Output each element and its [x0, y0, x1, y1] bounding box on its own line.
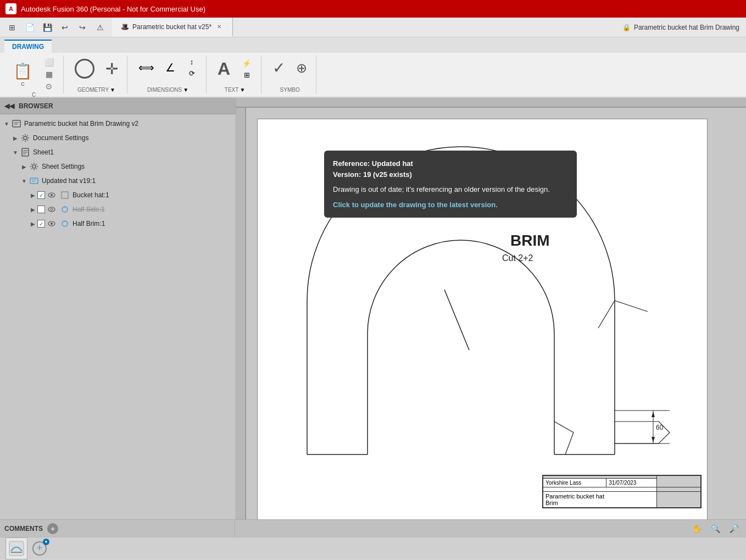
tree-toggle-bucket-hat[interactable]: ▶	[29, 191, 37, 199]
create-view-btn[interactable]: 📋 C	[9, 60, 37, 89]
ribbon-group-text: A ⚡ ⊞ TEXT ▼	[209, 56, 261, 94]
dim-btn-2[interactable]: ⟳	[182, 68, 202, 79]
projected-view-btn[interactable]: ⬜	[39, 57, 59, 68]
dimensions-tools: ⟺ ∠ ↕ ⟳	[134, 57, 202, 79]
tree-label-bucket-hat: Bucket hat:1	[73, 191, 109, 199]
checkbox-half-brim[interactable]: ✓	[37, 220, 45, 228]
tree-toggle-half-side[interactable]: ▶	[29, 205, 37, 214]
eye-icon-half-brim[interactable]	[46, 218, 57, 229]
symbols-datum-btn[interactable]: ⊕	[292, 58, 311, 78]
comments-label: COMMENTS	[4, 525, 43, 533]
grid-icon[interactable]: ⊞	[4, 20, 20, 35]
tree-toggle-updated-hat[interactable]: ▼	[20, 176, 29, 185]
section-view-btn[interactable]: ▦	[39, 69, 59, 80]
text-style-btn-1[interactable]: ⚡	[237, 58, 257, 69]
status-bar: + ●	[0, 537, 746, 559]
alert-icon[interactable]: ⚠	[92, 20, 108, 35]
tab-right-label: 🔒 Parametric bucket hat Brim Drawing	[616, 18, 746, 37]
brim-text: BRIM	[510, 232, 550, 249]
tree-toggle-root[interactable]: ▼	[2, 119, 11, 128]
symbols-datum-icon: ⊕	[296, 60, 307, 76]
eye-icon-bucket-hat[interactable]	[46, 190, 57, 201]
text-style-icon-1: ⚡	[242, 59, 251, 68]
tree-label-updated-hat: Updated hat v19:1	[42, 177, 96, 185]
tree-label-half-side: Half Side:1	[73, 206, 105, 213]
dim-icon-1: ↕	[190, 58, 194, 66]
tree-item-sheet-settings[interactable]: ▶ Sheet Settings	[0, 159, 236, 174]
tree-label-sheet1: Sheet1	[33, 148, 54, 156]
svg-point-16	[51, 208, 53, 210]
svg-marker-32	[652, 437, 655, 442]
pan-tool-btn[interactable]: ✋	[689, 521, 704, 536]
projected-view-icon: ⬜	[44, 58, 54, 66]
tree-item-doc-settings[interactable]: ▶ Document Settings	[0, 131, 236, 145]
symbols-checkmark-btn[interactable]: ✓	[268, 57, 290, 79]
search-tool-btn[interactable]: 🔍	[708, 521, 723, 536]
tree-item-sheet1[interactable]: ▼ Sheet1	[0, 145, 236, 159]
dimensions-dropdown[interactable]: ▼	[183, 87, 188, 93]
bottom-bar: COMMENTS + ✋ 🔍 🔎	[0, 519, 746, 537]
tree-item-half-side[interactable]: ▶ Half Side:1	[0, 202, 236, 217]
save-icon[interactable]: 💾	[40, 20, 55, 35]
view-icon-bucket-hat	[59, 190, 70, 201]
eye-icon-half-side[interactable]	[46, 204, 57, 215]
svg-point-8	[32, 165, 36, 168]
checkbox-half-side[interactable]	[37, 206, 45, 213]
browser-label: BROWSER	[19, 102, 53, 110]
tree-item-bucket-hat[interactable]: ▶ ✓ Bucket hat:1	[0, 188, 236, 202]
browser-header: ◀◀ BROWSER	[0, 98, 236, 114]
tab-close-button[interactable]: ✕	[215, 23, 224, 31]
dimension-linear-btn[interactable]: ⟺	[134, 59, 159, 76]
svg-rect-0	[13, 120, 20, 127]
tooltip-action: Click to update the drawing to the lates…	[333, 199, 568, 210]
browser-back-icon[interactable]: ◀◀	[4, 102, 14, 110]
geometry-circle-btn[interactable]	[70, 57, 99, 81]
text-btn[interactable]: A	[213, 57, 235, 81]
tree-toggle-doc-settings[interactable]: ▶	[11, 134, 20, 142]
addon-badge: ●	[43, 539, 49, 545]
svg-rect-9	[30, 178, 38, 184]
tree-label-half-brim: Half Brim:1	[73, 220, 105, 228]
new-file-icon[interactable]: 📄	[22, 20, 37, 35]
detail-view-btn[interactable]: ⊙	[39, 81, 59, 92]
detail-view-icon: ⊙	[46, 82, 52, 91]
geometry-dropdown[interactable]: ▼	[110, 87, 115, 93]
addon-icon[interactable]	[5, 537, 27, 559]
svg-point-15	[48, 207, 55, 212]
redo-icon[interactable]: ↪	[75, 20, 90, 35]
canvas-area: Reference: Updated hat Version: 19 (v25 …	[236, 98, 746, 519]
svg-line-27	[444, 290, 469, 350]
text-icon: A	[218, 59, 230, 79]
add-comment-button[interactable]: +	[47, 523, 58, 534]
tree-toggle-sheet-settings[interactable]: ▶	[20, 162, 29, 171]
tree-icon-root	[11, 118, 22, 129]
text-dropdown[interactable]: ▼	[240, 87, 245, 93]
tree-label-sheet-settings: Sheet Settings	[42, 163, 85, 170]
undo-icon[interactable]: ↩	[57, 20, 73, 35]
tree-icon-gear-2	[29, 161, 40, 172]
tooltip-title: Reference: Updated hat Version: 19 (v25 …	[333, 158, 568, 180]
checkbox-bucket-hat[interactable]: ✓	[37, 191, 45, 199]
addon-add-button[interactable]: + ●	[32, 541, 47, 556]
dimension-angular-btn[interactable]: ∠	[161, 59, 180, 76]
text-style-btn-2[interactable]: ⊞	[237, 70, 257, 80]
tree-icon-updated-hat	[29, 175, 40, 186]
text-style-icon-2: ⊞	[244, 71, 250, 79]
tab-drawing[interactable]: DRAWING	[4, 40, 52, 53]
geometry-circle-icon	[75, 59, 94, 79]
tree-toggle-sheet1[interactable]: ▼	[11, 148, 20, 157]
tree-item-updated-hat[interactable]: ▼ Updated hat v19:1	[0, 174, 236, 188]
ruler-top	[236, 98, 746, 108]
ribbon-group-create: 📋 C ⬜ ▦ ⊙ C	[4, 56, 64, 94]
tooltip-popup[interactable]: Reference: Updated hat Version: 19 (v25 …	[324, 151, 577, 218]
dimension-linear-icon: ⟺	[138, 61, 154, 74]
tree-item-root[interactable]: ▼ Parametric bucket hat Brim Drawing v2	[0, 117, 236, 131]
tree-toggle-half-brim[interactable]: ▶	[29, 219, 37, 228]
tree-item-half-brim[interactable]: ▶ ✓ Half Brim:1	[0, 217, 236, 231]
dim-btn-1[interactable]: ↕	[182, 57, 202, 67]
geometry-center-btn[interactable]: ✛	[101, 58, 123, 80]
zoom-tool-btn[interactable]: 🔎	[726, 521, 742, 536]
toolbar-icons: ⊞ 📄 💾 ↩ ↪ ⚠	[0, 18, 112, 37]
status-left: + ●	[5, 537, 47, 559]
tab-main[interactable]: 🎩 Parametric bucket hat v25* ✕	[112, 18, 233, 37]
